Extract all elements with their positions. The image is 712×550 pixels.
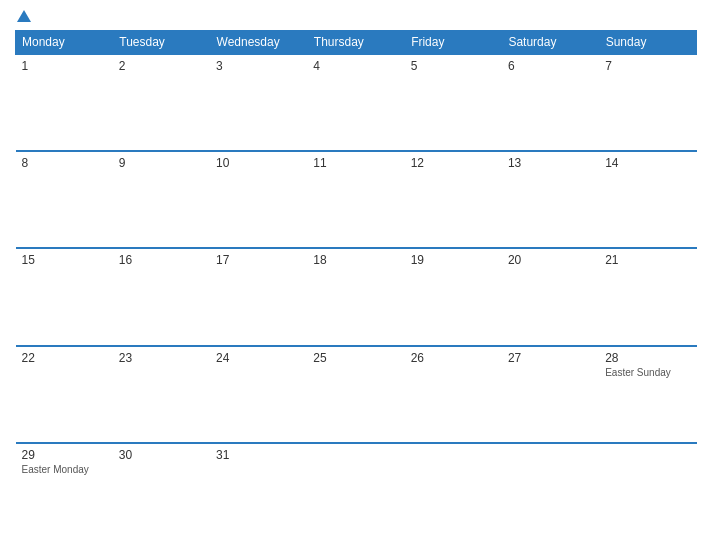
calendar-cell: 15	[16, 248, 113, 345]
day-number: 27	[508, 351, 593, 365]
col-header-tuesday: Tuesday	[113, 31, 210, 55]
calendar-cell: 8	[16, 151, 113, 248]
calendar-cell: 3	[210, 54, 307, 151]
calendar-cell	[405, 443, 502, 540]
calendar-cell: 19	[405, 248, 502, 345]
col-header-friday: Friday	[405, 31, 502, 55]
calendar-cell: 12	[405, 151, 502, 248]
col-header-monday: Monday	[16, 31, 113, 55]
day-number: 2	[119, 59, 204, 73]
calendar-cell: 20	[502, 248, 599, 345]
calendar-cell: 13	[502, 151, 599, 248]
day-number: 7	[605, 59, 690, 73]
logo-triangle-icon	[17, 10, 31, 22]
calendar-week-row: 891011121314	[16, 151, 697, 248]
calendar-week-row: 29Easter Monday3031	[16, 443, 697, 540]
day-number: 29	[22, 448, 107, 462]
calendar-week-row: 1234567	[16, 54, 697, 151]
day-number: 21	[605, 253, 690, 267]
calendar-cell: 7	[599, 54, 696, 151]
calendar-cell: 26	[405, 346, 502, 443]
col-header-thursday: Thursday	[307, 31, 404, 55]
day-number: 10	[216, 156, 301, 170]
calendar-cell: 27	[502, 346, 599, 443]
day-number: 8	[22, 156, 107, 170]
day-number: 14	[605, 156, 690, 170]
calendar-week-row: 22232425262728Easter Sunday	[16, 346, 697, 443]
day-number: 3	[216, 59, 301, 73]
calendar-cell: 22	[16, 346, 113, 443]
calendar-cell: 4	[307, 54, 404, 151]
calendar-week-row: 15161718192021	[16, 248, 697, 345]
calendar-cell: 25	[307, 346, 404, 443]
calendar-cell: 6	[502, 54, 599, 151]
calendar-cell: 11	[307, 151, 404, 248]
day-number: 13	[508, 156, 593, 170]
day-number: 28	[605, 351, 690, 365]
day-number: 24	[216, 351, 301, 365]
calendar-cell	[307, 443, 404, 540]
logo	[15, 10, 31, 22]
calendar-cell: 5	[405, 54, 502, 151]
day-number: 22	[22, 351, 107, 365]
day-number: 12	[411, 156, 496, 170]
day-number: 9	[119, 156, 204, 170]
calendar-cell: 9	[113, 151, 210, 248]
calendar-cell	[502, 443, 599, 540]
day-number: 19	[411, 253, 496, 267]
col-header-saturday: Saturday	[502, 31, 599, 55]
calendar-table: MondayTuesdayWednesdayThursdayFridaySatu…	[15, 30, 697, 540]
calendar-cell: 28Easter Sunday	[599, 346, 696, 443]
calendar-cell: 30	[113, 443, 210, 540]
day-number: 20	[508, 253, 593, 267]
calendar-cell: 23	[113, 346, 210, 443]
calendar-cell: 31	[210, 443, 307, 540]
calendar-cell	[599, 443, 696, 540]
calendar-cell: 2	[113, 54, 210, 151]
calendar-cell: 21	[599, 248, 696, 345]
day-number: 26	[411, 351, 496, 365]
day-number: 30	[119, 448, 204, 462]
calendar-header	[15, 10, 697, 22]
day-number: 6	[508, 59, 593, 73]
calendar-cell: 24	[210, 346, 307, 443]
calendar-cell: 17	[210, 248, 307, 345]
day-number: 17	[216, 253, 301, 267]
calendar-cell: 18	[307, 248, 404, 345]
calendar-header-row: MondayTuesdayWednesdayThursdayFridaySatu…	[16, 31, 697, 55]
col-header-wednesday: Wednesday	[210, 31, 307, 55]
day-number: 16	[119, 253, 204, 267]
day-number: 5	[411, 59, 496, 73]
calendar-cell: 16	[113, 248, 210, 345]
day-number: 15	[22, 253, 107, 267]
calendar-cell: 29Easter Monday	[16, 443, 113, 540]
day-number: 25	[313, 351, 398, 365]
day-event: Easter Monday	[22, 464, 107, 475]
day-number: 11	[313, 156, 398, 170]
col-header-sunday: Sunday	[599, 31, 696, 55]
day-number: 23	[119, 351, 204, 365]
day-event: Easter Sunday	[605, 367, 690, 378]
calendar-cell: 1	[16, 54, 113, 151]
day-number: 18	[313, 253, 398, 267]
calendar-cell: 10	[210, 151, 307, 248]
day-number: 1	[22, 59, 107, 73]
day-number: 4	[313, 59, 398, 73]
day-number: 31	[216, 448, 301, 462]
calendar-cell: 14	[599, 151, 696, 248]
